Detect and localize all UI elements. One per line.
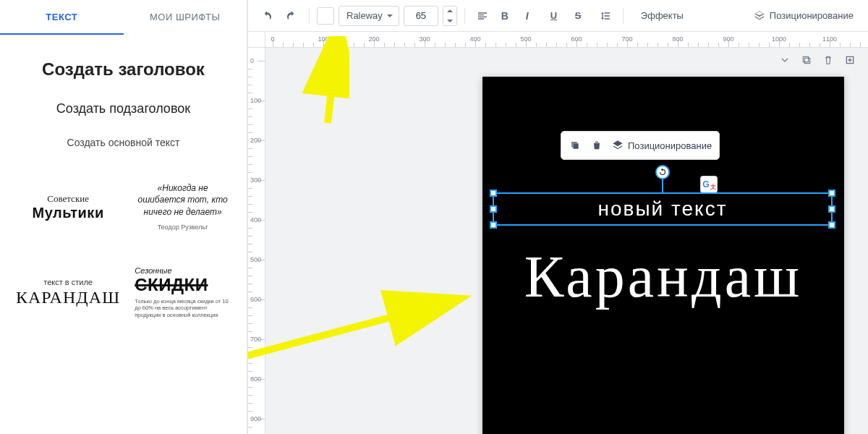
underline-button[interactable]: U xyxy=(546,6,566,26)
font-size-up[interactable] xyxy=(443,7,456,16)
translate-badge-letter: G xyxy=(702,179,709,190)
text-presets: Создать заголовок Создать подзаголовок С… xyxy=(0,35,247,174)
ruler-horizontal: 010020030040050060070080090010001100 xyxy=(265,32,868,48)
canvas-actions xyxy=(777,52,858,68)
underline-icon: U xyxy=(550,10,562,22)
redo-button[interactable] xyxy=(281,6,302,26)
artboard[interactable]: Позиционирование G文 новый текст xyxy=(482,77,844,434)
ctx-duplicate-button[interactable] xyxy=(569,139,582,152)
layers-icon xyxy=(612,140,624,151)
ctx-positioning-label: Позиционирование xyxy=(628,140,712,151)
preset-subheading[interactable]: Создать подзаголовок xyxy=(17,101,229,116)
sidebar: ТЕКСТ МОИ ШРИФТЫ Создать заголовок Созда… xyxy=(0,0,248,434)
resize-handle-w[interactable] xyxy=(490,205,497,213)
toolbar-sep-3 xyxy=(623,8,624,24)
style-quote-text: «Никогда не ошибается тот, кто ничего не… xyxy=(135,182,231,218)
workspace: 010020030040050060070080090010001100 010… xyxy=(248,32,868,434)
style-card-pencil[interactable]: текст в стиле КАРАНДАШ xyxy=(16,260,120,325)
tab-my-fonts[interactable]: МОИ ШРИФТЫ xyxy=(124,0,247,35)
resize-handle-sw[interactable] xyxy=(490,221,497,229)
style-sale-line1: Сезонные xyxy=(135,266,231,275)
toolbar-sep-1 xyxy=(309,8,310,24)
canvas-duplicate-button[interactable] xyxy=(799,52,814,68)
selected-text-value[interactable]: новый текст xyxy=(494,194,831,224)
font-size-down[interactable] xyxy=(443,16,456,25)
trash-icon xyxy=(591,140,603,151)
chevron-down-icon xyxy=(779,54,791,66)
style-sale-line2: СКИДКИ xyxy=(135,275,231,295)
style-sale-line3: Только до конца месяца скидки от 10 до 6… xyxy=(135,298,231,318)
svg-rect-1 xyxy=(803,56,808,61)
editor: Raleway B I U S Эффекты xyxy=(248,0,868,434)
style-card-quote[interactable]: «Никогда не ошибается тот, кто ничего не… xyxy=(135,174,231,239)
canvas-add-button[interactable] xyxy=(842,52,858,68)
style-sovet-line2: Мультики xyxy=(16,205,120,221)
chevron-up-icon xyxy=(447,9,453,13)
resize-handle-e[interactable] xyxy=(828,205,835,213)
large-pencil-text[interactable]: Карандаш xyxy=(482,243,844,311)
style-sovet-line1: Советские xyxy=(16,193,120,205)
style-card-sale[interactable]: Сезонные СКИДКИ Только до конца месяца с… xyxy=(135,260,231,325)
ruler-vertical: 01002003004005006007008009001000 xyxy=(248,48,265,434)
resize-handle-ne[interactable] xyxy=(828,190,835,197)
rotate-handle[interactable] xyxy=(655,165,670,179)
layers-icon xyxy=(754,10,765,22)
italic-icon: I xyxy=(526,10,537,22)
ctx-positioning-button[interactable]: Позиционирование xyxy=(612,140,712,151)
italic-button[interactable]: I xyxy=(522,6,542,26)
ruler-corner xyxy=(248,32,265,48)
bold-icon: B xyxy=(501,10,513,22)
strikethrough-icon: S xyxy=(575,10,587,22)
align-button[interactable] xyxy=(472,6,493,26)
chevron-down-icon xyxy=(447,19,453,22)
svg-rect-0 xyxy=(804,58,809,63)
style-pencil-line2: КАРАНДАШ xyxy=(16,288,120,307)
font-size-input[interactable] xyxy=(404,6,438,26)
toolbar-sep-2 xyxy=(464,8,465,24)
ctx-delete-button[interactable] xyxy=(590,139,603,152)
font-family-select[interactable]: Raleway xyxy=(339,6,399,26)
top-toolbar: Raleway B I U S Эффекты xyxy=(248,0,868,32)
line-height-icon xyxy=(600,10,611,22)
duplicate-icon xyxy=(569,140,581,151)
style-quote-attr: Теодор Рузвельт xyxy=(135,223,231,232)
context-toolbar: Позиционирование xyxy=(561,131,720,160)
tab-text[interactable]: ТЕКСТ xyxy=(0,0,124,35)
effects-button[interactable]: Эффекты xyxy=(631,5,689,27)
line-height-button[interactable] xyxy=(595,6,616,26)
strike-button[interactable]: S xyxy=(571,6,591,26)
preset-heading[interactable]: Создать заголовок xyxy=(17,59,229,80)
sidebar-tabs: ТЕКСТ МОИ ШРИФТЫ xyxy=(0,0,247,35)
style-card-sovet[interactable]: Советские Мультики xyxy=(16,174,120,239)
translate-badge-sub: 文 xyxy=(710,183,716,191)
preset-body[interactable]: Создать основной текст xyxy=(17,137,229,148)
effects-label: Эффекты xyxy=(641,10,684,21)
positioning-button-top[interactable]: Позиционирование xyxy=(748,5,859,27)
positioning-label-top: Позиционирование xyxy=(770,10,854,21)
text-color-swatch[interactable] xyxy=(317,7,334,25)
resize-handle-se[interactable] xyxy=(828,221,835,229)
canvas-delete-button[interactable] xyxy=(820,52,836,68)
redo-icon xyxy=(286,10,297,22)
font-family-value: Raleway xyxy=(346,10,383,21)
undo-icon xyxy=(261,10,273,22)
align-left-icon xyxy=(477,10,488,22)
selected-text-element[interactable]: новый текст xyxy=(493,192,833,226)
font-size-stepper xyxy=(443,6,457,26)
plus-square-icon xyxy=(844,54,856,66)
canvas-area[interactable]: Позиционирование G文 новый текст xyxy=(265,48,868,434)
style-pencil-line1: текст в стиле xyxy=(16,278,120,286)
resize-handle-nw[interactable] xyxy=(490,190,497,197)
text-styles-grid: Советские Мультики «Никогда не ошибается… xyxy=(0,174,247,325)
translate-badge[interactable]: G文 xyxy=(701,176,717,192)
bold-button[interactable]: B xyxy=(497,6,517,26)
trash-icon xyxy=(822,54,834,66)
rotate-icon xyxy=(658,168,667,176)
undo-button[interactable] xyxy=(257,6,277,26)
canvas-collapse-button[interactable] xyxy=(777,52,793,68)
duplicate-icon xyxy=(801,54,812,66)
